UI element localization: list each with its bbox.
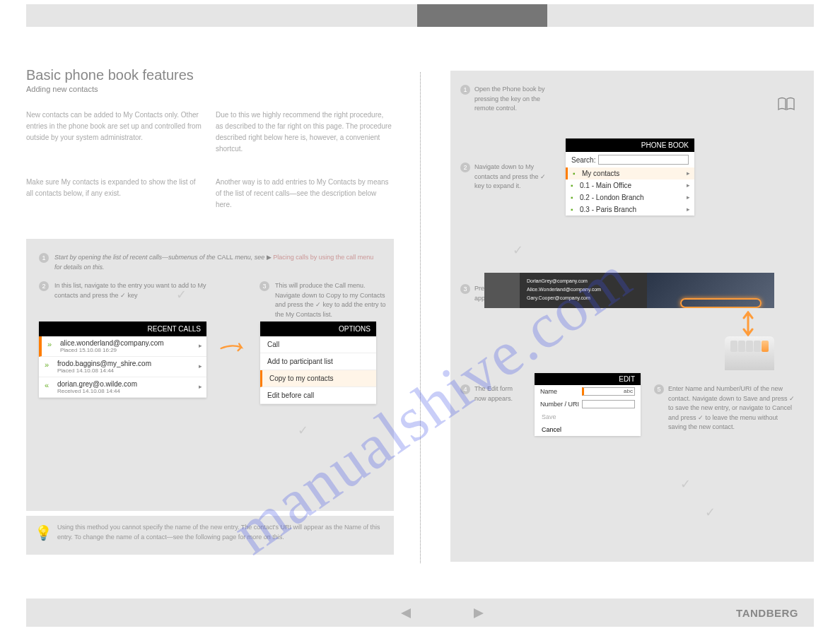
r-step-4: The Edit form now appears. [474,384,524,403]
header-bar [26,4,814,27]
step-1-badge: 1 [460,85,470,95]
tip-panel: 💡 Using this method you cannot specify t… [26,516,394,555]
option-add-participant[interactable]: Add to participant list [260,353,376,370]
chevron-right-icon: ▸ [687,182,690,189]
step-4-badge: 4 [460,384,470,394]
camera-image [484,273,520,308]
remote-key-highlighted[interactable] [762,341,769,352]
brand-logo: TANDBERG [736,607,798,619]
chevron-right-icon: ▸ [199,342,202,349]
step-2-badge: 2 [460,163,470,172]
recent-call-row[interactable]: » frodo.baggins@my_shire.com Placed 14.1… [39,357,206,377]
search-label: Search: [571,156,595,164]
phonebook-item-mycontacts[interactable]: My contacts▸ [566,167,694,179]
phonebook-item[interactable]: 0.1 - Main Office▸ [566,179,694,191]
left-column-header: Basic phone book features Adding new con… [26,67,390,93]
remote-key[interactable] [738,341,745,352]
step-1-badge: 1 [39,253,49,263]
r-step-1: Open the Phone book by pressing the key … [474,85,552,114]
recent-calls-header: RECENT CALLS [39,322,206,336]
intro-para-1: New contacts can be added to My Contacts… [26,110,203,143]
edit-number-row: Number / URI [535,398,641,411]
cancel-button[interactable]: Cancel [535,423,641,436]
remote-key[interactable] [746,341,753,352]
arrow-right-icon [220,341,248,360]
step-3-text: This will produce the Call menu. Navigat… [275,281,388,319]
save-button[interactable]: Save [535,411,641,423]
edit-header: EDIT [535,373,641,385]
r-step-5: Enter Name and Number/URI of the new con… [668,384,795,432]
column-divider [420,72,421,563]
check-icon: ✓ [680,476,691,492]
phonebook-item[interactable]: 0.2 - London Branch▸ [566,191,694,204]
footer-bar: TANDBERG [26,598,814,627]
shortcut-strip: DorianGrey@company.com Alice.Wonderland@… [484,273,774,308]
phonebook-search-row: Search: [566,152,694,167]
chevron-right-icon: ▸ [687,170,690,177]
step-2-badge: 2 [39,281,49,291]
step-1-text: Start by opening the list of recent call… [54,253,376,272]
next-page-icon[interactable] [474,608,484,618]
options-header: OPTIONS [260,322,376,336]
chevron-right-icon: ▸ [199,362,202,370]
chevron-right-icon: ▸ [687,206,690,213]
remote-key[interactable] [754,341,761,352]
recent-call-row[interactable]: « dorian.grey@o.wilde.com Received 14.10… [39,377,206,398]
phonebook-icon [777,95,795,115]
active-tab[interactable] [417,4,547,27]
recent-calls-widget: RECENT CALLS » alice.wonderland@company.… [39,322,206,398]
tip-text: Using this method you cannot specify the… [57,523,387,542]
chevron-right-icon: ▸ [687,194,690,201]
step-3-badge: 3 [460,284,470,294]
option-edit-before-call[interactable]: Edit before call [260,387,376,404]
intro-para-3: Due to this we highly recommend the righ… [216,110,392,155]
remote-control [725,336,774,370]
call-in-icon: « [45,381,49,389]
search-input[interactable] [598,155,689,165]
edit-widget: EDIT Name abc Number / URI Save Cancel [535,373,641,436]
check-icon: ✓ [513,242,523,258]
step-5-badge: 5 [654,384,664,394]
recent-call-row[interactable]: » alice.wonderland@company.com Placed 15… [39,336,206,357]
call-out-icon: » [47,340,52,348]
name-input[interactable]: abc [582,387,635,396]
page-subtitle: Adding new contacts [26,85,390,93]
chevron-right-icon: ▸ [199,383,202,390]
phonebook-widget: PHONE BOOK Search: My contacts▸ 0.1 - Ma… [566,138,694,216]
prev-page-icon[interactable] [401,608,411,618]
check-icon: ✓ [176,287,187,302]
edit-name-row: Name abc [535,385,641,398]
intro-para-2: Make sure My contacts is expanded to sho… [26,177,203,199]
check-icon: ✓ [298,423,308,438]
check-icon: ✓ [705,505,716,520]
phonebook-header: PHONE BOOK [566,138,694,152]
intro-para-4: Another way is to add entries to My Cont… [216,177,392,211]
page-title: Basic phone book features [26,67,390,83]
call-out-icon: » [45,360,49,369]
remote-key[interactable] [730,341,737,352]
lightbulb-icon: 💡 [35,524,52,541]
options-widget: OPTIONS Call Add to participant list Cop… [260,322,376,404]
number-input[interactable] [582,400,635,408]
option-call[interactable]: Call [260,336,376,353]
option-copy-contacts[interactable]: Copy to my contacts [260,370,376,387]
step-3-badge: 3 [259,281,269,291]
phonebook-item[interactable]: 0.3 - Paris Branch▸ [566,204,694,216]
new-contact-highlight[interactable] [680,298,762,308]
r-step-2: Navigate down to My contacts and press t… [474,163,552,191]
step-2-text: In this list, navigate to the entry you … [54,281,210,300]
